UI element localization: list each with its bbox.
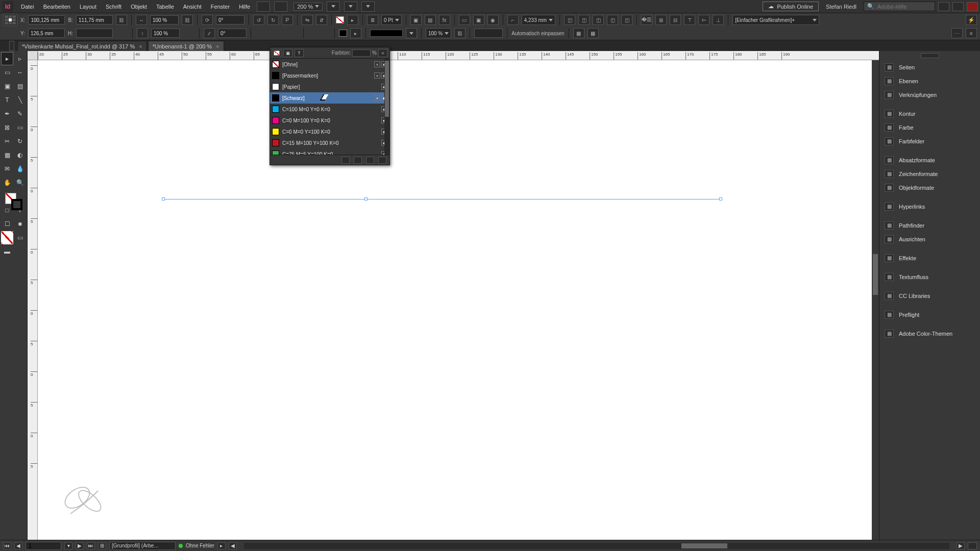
- line-tool[interactable]: ╲: [14, 93, 26, 107]
- panel-button-effekte[interactable]: ▦Effekte: [879, 251, 980, 265]
- scissors-tool[interactable]: ✂: [1, 135, 13, 148]
- textwrap-none-icon[interactable]: ▭: [459, 15, 470, 25]
- page-number-input[interactable]: [26, 542, 61, 550]
- align-right-icon[interactable]: ⊟: [670, 15, 681, 25]
- gpu-toggle-1[interactable]: [257, 2, 270, 12]
- align-middle-icon[interactable]: ⊢: [698, 15, 709, 25]
- rectangle-tool[interactable]: ▭: [14, 121, 26, 134]
- misc-icon-2[interactable]: ▦: [587, 28, 599, 38]
- help-search[interactable]: 🔍: [864, 2, 935, 11]
- page-tool[interactable]: ▭: [1, 66, 13, 79]
- x-input[interactable]: [28, 15, 65, 24]
- quick-apply-icon[interactable]: ⋯: [951, 28, 963, 38]
- h-input[interactable]: [76, 29, 113, 38]
- text-fill-icon[interactable]: T: [295, 49, 304, 57]
- panel-button-ausrichten[interactable]: ▦Ausrichten: [879, 232, 980, 246]
- menu-type[interactable]: Schrift: [101, 1, 126, 13]
- preflight-profile-combo[interactable]: [Grundprofil] (Arbe…: [109, 542, 176, 550]
- menu-object[interactable]: Objekt: [126, 1, 152, 13]
- page-dropdown-icon[interactable]: ▾: [64, 542, 72, 549]
- scrollbar-horizontal[interactable]: [244, 543, 949, 549]
- selection-handle[interactable]: [162, 197, 165, 201]
- swatch-row[interactable]: C=75 M=5 Y=100 K=0◆: [270, 148, 389, 155]
- ruler-vertical[interactable]: 05050505050505: [28, 60, 38, 540]
- fit-content-icon[interactable]: ◫: [564, 15, 575, 25]
- open-navigator-icon[interactable]: ⊞: [98, 542, 106, 549]
- align-left-icon[interactable]: �皿: [641, 15, 652, 25]
- pencil-tool[interactable]: ✎: [14, 107, 26, 120]
- tint-input[interactable]: [352, 49, 371, 57]
- swatch-row[interactable]: C=100 M=0 Y=0 K=0◆: [270, 104, 389, 115]
- rectangle-frame-tool[interactable]: ⊠: [1, 121, 13, 134]
- menu-table[interactable]: Tabelle: [152, 1, 179, 13]
- stroke-style-dropdown[interactable]: [406, 28, 417, 38]
- swatch-row[interactable]: [Papier]◆: [270, 81, 389, 92]
- shear-input[interactable]: [218, 29, 247, 38]
- object-fill-icon[interactable]: ▣: [283, 49, 292, 57]
- close-icon[interactable]: ×: [139, 43, 142, 49]
- panel-button-farbfelder[interactable]: ▦Farbfelder: [879, 134, 980, 148]
- menu-help[interactable]: Hilfe: [234, 1, 255, 13]
- new-swatch-group-icon[interactable]: [354, 157, 362, 164]
- rotate-cw-icon[interactable]: ↻: [267, 15, 279, 25]
- panel-button-verknüpfungen[interactable]: ▦Verknüpfungen: [879, 88, 980, 102]
- dock-collapse-icon[interactable]: [921, 53, 939, 58]
- swatch-row[interactable]: C=0 M=0 Y=100 K=0◆: [270, 126, 389, 137]
- status-next-icon[interactable]: ▶: [957, 542, 965, 549]
- direct-selection-tool[interactable]: ▹: [14, 52, 26, 65]
- preflight-menu-icon[interactable]: ▸: [217, 542, 226, 549]
- size-grip-icon[interactable]: [968, 542, 977, 549]
- zoom-level[interactable]: 200 %: [293, 3, 323, 11]
- reference-point[interactable]: [3, 14, 17, 26]
- gradient-feather-tool[interactable]: ◐: [14, 148, 26, 162]
- ruler-origin[interactable]: [28, 51, 38, 60]
- window-maximize[interactable]: [952, 2, 964, 11]
- menu-window[interactable]: Fenster: [206, 1, 234, 13]
- opacity-input[interactable]: [474, 29, 503, 38]
- panel-button-ebenen[interactable]: ▦Ebenen: [879, 74, 980, 88]
- window-close[interactable]: [967, 2, 978, 11]
- control-expand-icon[interactable]: ⚡: [966, 15, 977, 25]
- preview-view-icon[interactable]: ▬: [1, 245, 13, 258]
- gpu-toggle-2[interactable]: [274, 2, 287, 12]
- eyedropper-tool[interactable]: 💧: [14, 162, 26, 176]
- rotate-ccw-icon[interactable]: ↺: [253, 15, 264, 25]
- scrollbar-vertical[interactable]: [872, 60, 879, 540]
- align-bottom-icon[interactable]: ⊥: [713, 15, 724, 25]
- zoom-tool[interactable]: 🔍: [14, 176, 26, 189]
- stroke-swatch[interactable]: [339, 30, 347, 37]
- panel-button-zeichenformate[interactable]: ▦Zeichenformate: [879, 167, 980, 181]
- document-tab-0[interactable]: *Visitenkarte Muhsal_Final_rot.indd @ 31…: [17, 41, 147, 51]
- normal-view-icon[interactable]: ▭: [14, 231, 26, 244]
- ruler-horizontal[interactable]: 2025303540455055606585909510010511011512…: [38, 51, 879, 60]
- content-placer-tool[interactable]: ▤: [14, 80, 26, 93]
- help-search-input[interactable]: [877, 4, 932, 10]
- fit-sx-input[interactable]: 100 %: [426, 28, 451, 38]
- constrain-wh-icon[interactable]: ⛓: [116, 15, 127, 25]
- user-name[interactable]: Stefan Riedl: [826, 4, 856, 10]
- apply-color-icon[interactable]: ■: [14, 217, 26, 231]
- note-tool[interactable]: ✉: [1, 162, 13, 176]
- panel-button-hyperlinks[interactable]: ▦Hyperlinks: [879, 199, 980, 213]
- arrange-documents-icon[interactable]: [361, 2, 375, 12]
- corner-radius-input[interactable]: 4,233 mm: [522, 15, 555, 25]
- w-input[interactable]: [76, 15, 113, 24]
- pen-tool[interactable]: ✒: [1, 107, 13, 120]
- content-graphic-icon[interactable]: ▣: [410, 15, 422, 25]
- selection-tool[interactable]: ▸: [1, 52, 13, 65]
- gap-tool[interactable]: ↔: [14, 66, 26, 79]
- fill-proxy-icon[interactable]: [272, 49, 281, 57]
- selection-handle[interactable]: [364, 197, 368, 201]
- fit-frame-icon[interactable]: ◫: [578, 15, 590, 25]
- new-swatch-icon[interactable]: [366, 157, 374, 164]
- last-spread-icon[interactable]: ⏭: [87, 542, 95, 549]
- rotate-input[interactable]: [216, 15, 244, 24]
- stroke-dropdown-icon[interactable]: ▸: [350, 28, 361, 38]
- scale-x-input[interactable]: [150, 15, 179, 24]
- corner-options-icon[interactable]: ⌐: [507, 15, 519, 25]
- selection-handle[interactable]: [719, 197, 722, 201]
- content-collector-tool[interactable]: ▣: [1, 80, 13, 93]
- first-spread-icon[interactable]: ⏮: [3, 542, 11, 549]
- control-menu-icon[interactable]: ≡: [966, 28, 977, 38]
- menu-layout[interactable]: Layout: [75, 1, 101, 13]
